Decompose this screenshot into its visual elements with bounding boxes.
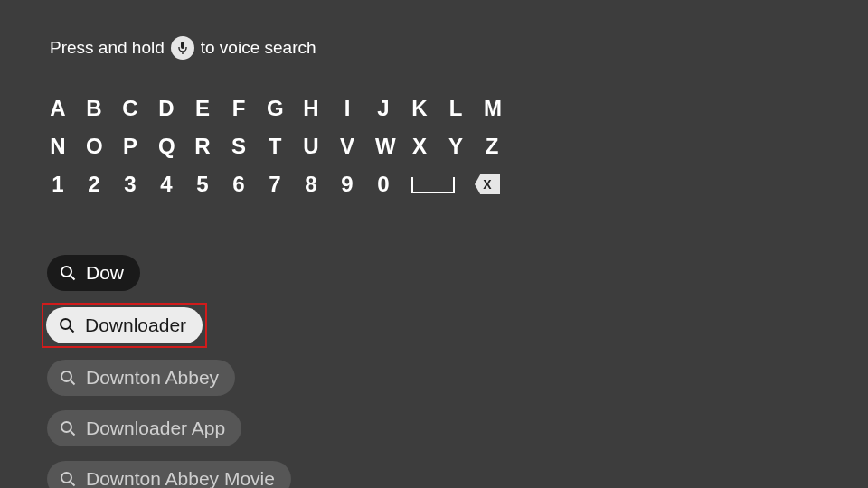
key-r[interactable]: R	[194, 134, 211, 159]
key-q[interactable]: Q	[158, 134, 175, 159]
suggestion-label: Downton Abbey	[86, 367, 219, 389]
key-f[interactable]: F	[231, 96, 247, 121]
suggestion-label: Downloader	[85, 314, 186, 336]
key-5[interactable]: 5	[194, 172, 211, 197]
key-h[interactable]: H	[303, 96, 319, 121]
key-b[interactable]: B	[86, 96, 102, 121]
search-icon	[60, 420, 76, 436]
svg-rect-0	[181, 42, 184, 49]
key-d[interactable]: D	[158, 96, 175, 121]
svg-line-7	[71, 380, 75, 385]
search-icon	[60, 471, 76, 487]
key-u[interactable]: U	[303, 134, 319, 159]
key-e[interactable]: E	[194, 96, 211, 121]
key-a[interactable]: A	[50, 96, 66, 121]
search-icon	[60, 370, 76, 386]
keyboard-row-numbers: 1234567890X	[50, 172, 868, 197]
key-6[interactable]: 6	[231, 172, 247, 197]
key-n[interactable]: N	[50, 134, 66, 159]
voice-hint-suffix: to voice search	[201, 38, 316, 58]
suggestion-pill[interactable]: Downloader App	[47, 410, 241, 446]
key-4[interactable]: 4	[158, 172, 175, 197]
svg-point-8	[61, 422, 71, 432]
keyboard-row-letters-1: ABCDEFGHIJKLM	[50, 96, 868, 121]
key-2[interactable]: 2	[86, 172, 102, 197]
svg-point-10	[61, 473, 71, 483]
suggestion-pill[interactable]: Downloader	[46, 307, 203, 343]
key-1[interactable]: 1	[50, 172, 66, 197]
key-0[interactable]: 0	[375, 172, 392, 197]
svg-point-6	[61, 371, 71, 381]
key-c[interactable]: C	[122, 96, 138, 121]
key-i[interactable]: I	[339, 96, 355, 121]
key-k[interactable]: K	[411, 96, 428, 121]
key-x[interactable]: X	[411, 134, 428, 159]
key-y[interactable]: Y	[448, 134, 464, 159]
key-v[interactable]: V	[339, 134, 355, 159]
key-g[interactable]: G	[267, 96, 283, 121]
key-9[interactable]: 9	[339, 172, 355, 197]
onscreen-keyboard: ABCDEFGHIJKLM NOPQRSTUVWXYZ 1234567890X	[0, 60, 868, 197]
key-7[interactable]: 7	[267, 172, 283, 197]
microphone-icon	[171, 36, 194, 60]
key-j[interactable]: J	[375, 96, 392, 121]
svg-line-3	[71, 276, 75, 280]
svg-line-11	[71, 482, 75, 486]
suggestion-pill[interactable]: Downton Abbey Movie	[47, 461, 291, 488]
key-space[interactable]	[411, 177, 455, 193]
key-o[interactable]: O	[86, 134, 102, 159]
key-3[interactable]: 3	[122, 172, 138, 197]
voice-hint-prefix: Press and hold	[50, 38, 165, 58]
key-p[interactable]: P	[122, 134, 138, 159]
svg-line-9	[71, 431, 75, 436]
search-suggestions: Dow DownloaderDownton AbbeyDownloader Ap…	[0, 210, 868, 488]
svg-point-4	[61, 319, 71, 329]
search-icon	[60, 265, 76, 281]
voice-search-hint: Press and hold to voice search	[0, 0, 868, 60]
key-m[interactable]: M	[484, 96, 500, 121]
search-icon	[59, 317, 75, 333]
svg-point-2	[61, 267, 71, 277]
current-query-pill[interactable]: Dow	[47, 255, 140, 291]
key-8[interactable]: 8	[303, 172, 319, 197]
key-backspace[interactable]: X	[475, 174, 500, 194]
key-l[interactable]: L	[448, 96, 464, 121]
suggestion-pill[interactable]: Downton Abbey	[47, 360, 235, 396]
keyboard-row-letters-2: NOPQRSTUVWXYZ	[50, 134, 868, 159]
key-s[interactable]: S	[231, 134, 247, 159]
svg-line-5	[70, 328, 74, 333]
suggestion-label: Downton Abbey Movie	[86, 468, 275, 488]
key-z[interactable]: Z	[484, 134, 500, 159]
query-text: Dow	[86, 262, 124, 284]
selection-highlight: Downloader	[42, 303, 207, 348]
suggestion-label: Downloader App	[86, 418, 225, 439]
key-t[interactable]: T	[267, 134, 283, 159]
key-w[interactable]: W	[375, 134, 392, 159]
